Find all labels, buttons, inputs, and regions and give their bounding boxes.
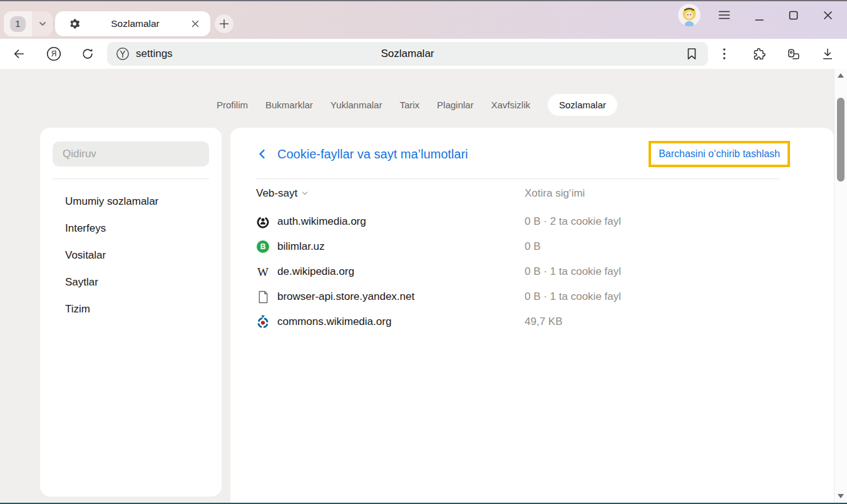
back-chevron-icon[interactable] [256, 148, 269, 160]
site-domain: bilimlar.uz [271, 240, 525, 253]
site-column-label: Veb-sayt [256, 187, 297, 200]
wikipedia-w-icon: W [256, 265, 270, 279]
sidebar-divider [53, 178, 209, 179]
password-manager-button[interactable] [786, 46, 801, 61]
site-domain: auth.wikimedia.org [271, 215, 525, 228]
download-arrow-icon [821, 47, 834, 61]
site-badge-icon[interactable] [116, 47, 130, 61]
nav-tab-bukmarklar[interactable]: Bukmarklar [265, 94, 313, 116]
puzzle-icon [752, 47, 766, 61]
nav-tab-plaginlar[interactable]: Plaginlar [437, 94, 473, 116]
scroll-down-arrow[interactable] [838, 494, 844, 498]
document-page-icon [256, 290, 270, 304]
reload-button[interactable] [80, 46, 95, 61]
vertical-dots-icon [723, 48, 726, 59]
settings-sidebar: Umumiy sozlamalar Interfeys Vositalar Sa… [40, 128, 222, 496]
close-tab-icon[interactable] [190, 19, 200, 29]
site-list: auth.wikimedia.org 0 B · 2 ta cookie fay… [230, 209, 834, 334]
table-row[interactable]: W de.wikipedia.org 0 B · 1 ta cookie fay… [230, 259, 834, 284]
extensions-button[interactable] [751, 46, 766, 61]
hamburger-menu-icon [719, 11, 730, 19]
sidebar-item-umumiy-sozlamalar[interactable]: Umumiy sozlamalar [40, 188, 222, 215]
sidebar-item-interfeys[interactable]: Interfeys [40, 215, 222, 242]
reload-icon [81, 47, 95, 61]
site-storage-size: 0 B · 1 ta cookie fayl [525, 265, 834, 278]
bookmark-icon[interactable] [684, 46, 699, 61]
nav-tab-yuklanmalar[interactable]: Yuklanmalar [331, 94, 382, 116]
wikimedia-commons-logo-icon [256, 315, 270, 329]
table-row[interactable]: commons.wikimedia.org 49,7 KB [230, 309, 834, 334]
key-wallet-icon [786, 47, 801, 61]
tab-counter-group[interactable]: 1 [4, 11, 53, 36]
tab-title: Sozlamalar [80, 18, 190, 29]
sidebar-items: Umumiy sozlamalar Interfeys Vositalar Sa… [40, 188, 222, 322]
titlebar: 1 Sozlamalar [0, 0, 847, 39]
green-b-favicon: B [256, 240, 270, 254]
nav-tab-tarix[interactable]: Tarix [399, 94, 419, 116]
settings-gear-icon [69, 18, 80, 29]
tab-list-dropdown[interactable] [32, 11, 53, 36]
minimize-icon [755, 13, 764, 22]
avatar-illustration [678, 4, 701, 26]
browser-toolbar: Я settings Sozlamalar [0, 39, 847, 69]
close-window-button[interactable] [820, 8, 835, 23]
maximize-window-button[interactable] [786, 8, 801, 23]
sidebar-item-vositalar[interactable]: Vositalar [40, 242, 222, 269]
table-row[interactable]: B bilimlar.uz 0 B [230, 234, 834, 259]
close-icon [823, 11, 833, 20]
address-bar[interactable]: settings Sozlamalar [107, 42, 708, 66]
sidebar-item-saytlar[interactable]: Saytlar [40, 269, 222, 296]
nav-tab-xavfsizlik[interactable]: Xavfsizlik [491, 94, 530, 116]
site-storage-size: 49,7 KB [525, 316, 834, 328]
chevron-down-icon [38, 19, 47, 28]
active-tab[interactable]: Sozlamalar [55, 11, 210, 36]
size-column-label: Xotira sig‘imi [525, 187, 834, 200]
sidebar-search-input[interactable] [53, 141, 209, 167]
downloads-button[interactable] [820, 46, 835, 61]
site-domain: commons.wikimedia.org [271, 316, 525, 328]
cookie-settings-panel: Cookie-fayllar va sayt ma’lumotlari Barc… [230, 128, 834, 503]
new-tab-button[interactable] [215, 14, 234, 33]
content-header: Cookie-fayllar va sayt ma’lumotlari Barc… [256, 139, 790, 169]
delete-all-cookies-button[interactable]: Barchasini o‘chirib tashlash [649, 141, 790, 167]
plus-icon [218, 18, 230, 29]
settings-nav: Profilim Bukmarklar Yuklanmalar Tarix Pl… [0, 93, 834, 116]
site-domain: de.wikipedia.org [271, 265, 525, 278]
more-actions-button[interactable] [717, 46, 732, 61]
omnibox-page-title: Sozlamalar [107, 42, 708, 66]
site-storage-size: 0 B · 2 ta cookie fayl [525, 215, 834, 228]
table-row[interactable]: auth.wikimedia.org 0 B · 2 ta cookie fay… [230, 209, 834, 234]
url-text[interactable]: settings [136, 42, 173, 66]
header-divider [256, 178, 779, 179]
back-arrow-icon [12, 47, 26, 61]
sort-by-site-header[interactable]: Veb-sayt [256, 187, 525, 200]
scrollbar-thumb[interactable] [837, 98, 844, 182]
page-scrollbar[interactable] [834, 69, 847, 503]
browser-menu-button[interactable] [717, 8, 732, 23]
yandex-home-button[interactable]: Я [46, 46, 61, 61]
maximize-icon [789, 11, 798, 20]
site-domain: browser-api.store.yandex.net [271, 291, 525, 303]
sort-chevron-icon [301, 190, 309, 197]
tab-count-badge: 1 [10, 16, 26, 32]
table-header: Veb-sayt Xotira sig‘imi [230, 183, 834, 204]
back-button[interactable] [11, 46, 26, 61]
profile-avatar[interactable] [678, 4, 701, 26]
svg-text:Я: Я [51, 49, 57, 58]
settings-page: Profilim Bukmarklar Yuklanmalar Tarix Pl… [0, 69, 847, 503]
table-row[interactable]: browser-api.store.yandex.net 0 B · 1 ta … [230, 284, 834, 309]
yandex-logo-icon: Я [46, 46, 61, 61]
page-title: Cookie-fayllar va sayt ma’lumotlari [277, 147, 468, 162]
scroll-up-arrow[interactable] [838, 73, 844, 78]
nav-tab-profilim[interactable]: Profilim [217, 94, 248, 116]
nav-tab-sozlamalar[interactable]: Sozlamalar [548, 94, 617, 116]
sidebar-item-tizim[interactable]: Tizim [40, 296, 222, 322]
site-storage-size: 0 B · 1 ta cookie fayl [525, 291, 834, 303]
tab-counter-button[interactable]: 1 [4, 11, 32, 36]
minimize-window-button[interactable] [752, 10, 767, 25]
wikimedia-logo-icon [256, 215, 270, 229]
site-storage-size: 0 B [525, 240, 834, 253]
